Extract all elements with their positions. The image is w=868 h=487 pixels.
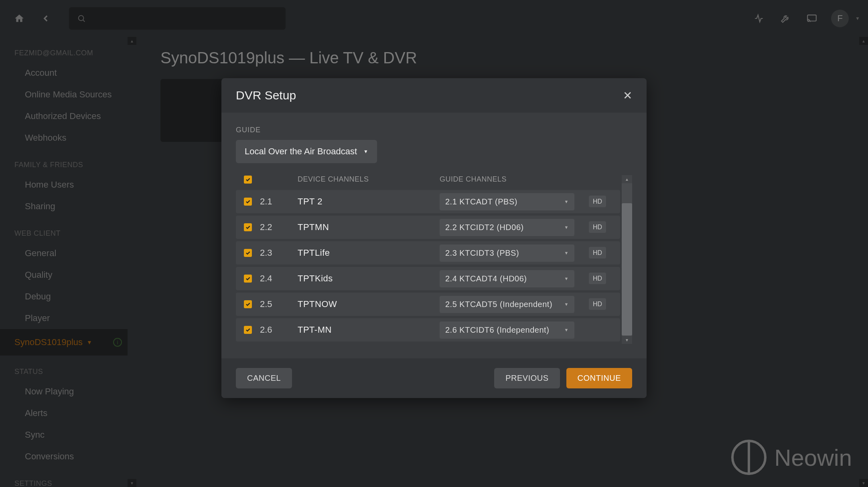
channel-checkbox[interactable]: [244, 326, 252, 334]
channel-name: TPTLife: [298, 248, 440, 258]
modal-body: GUIDE Local Over the Air Broadcast ▼ DEV…: [221, 113, 647, 358]
guide-channel-select[interactable]: 2.6 KTCIDT6 (Independent) ▼: [440, 321, 574, 339]
scroll-down-icon[interactable]: ▼: [622, 336, 632, 344]
caret-down-icon: ▼: [564, 251, 569, 255]
cancel-button[interactable]: CANCEL: [236, 368, 292, 388]
hd-badge: HD: [589, 273, 606, 284]
channel-number: 2.1: [260, 196, 298, 207]
channel-name: TPTKids: [298, 273, 440, 284]
channel-checkbox[interactable]: [244, 223, 252, 231]
col-guide-channels: GUIDE CHANNELS: [440, 175, 583, 184]
guide-channel-select[interactable]: 2.5 KTCADT5 (Independent) ▼: [440, 296, 574, 313]
channel-number: 2.5: [260, 299, 298, 309]
caret-down-icon: ▼: [564, 276, 569, 281]
caret-down-icon: ▼: [564, 302, 569, 307]
channel-number: 2.6: [260, 325, 298, 335]
channel-name: TPT 2: [298, 196, 440, 207]
guide-channel-select[interactable]: 2.3 KTCIDT3 (PBS) ▼: [440, 245, 574, 262]
guide-select[interactable]: Local Over the Air Broadcast ▼: [236, 140, 377, 163]
close-icon[interactable]: ✕: [623, 89, 632, 102]
col-device-channels: DEVICE CHANNELS: [298, 175, 440, 184]
channel-row: 2.4 TPTKids 2.4 KTCADT4 (HD06) ▼ HD: [236, 267, 620, 290]
hd-badge: HD: [589, 298, 606, 310]
channel-number: 2.3: [260, 248, 298, 258]
modal-title: DVR Setup: [236, 89, 296, 102]
guide-channel-value: 2.2 KTCIDT2 (HD06): [445, 223, 524, 232]
channel-row: 2.1 TPT 2 2.1 KTCADT (PBS) ▼ HD: [236, 190, 620, 213]
modal-header: DVR Setup ✕: [221, 78, 647, 113]
guide-channel-select[interactable]: 2.2 KTCIDT2 (HD06) ▼: [440, 219, 574, 236]
caret-down-icon: ▼: [564, 327, 569, 332]
channel-row: 2.3 TPTLife 2.3 KTCIDT3 (PBS) ▼ HD: [236, 241, 620, 265]
channel-number: 2.4: [260, 273, 298, 284]
caret-down-icon: ▼: [564, 199, 569, 204]
channel-row: 2.5 TPTNOW 2.5 KTCADT5 (Independent) ▼ H…: [236, 293, 620, 316]
channel-name: TPTNOW: [298, 299, 440, 309]
channel-number: 2.2: [260, 222, 298, 232]
scroll-thumb[interactable]: [622, 203, 632, 335]
scroll-up-icon[interactable]: ▲: [622, 175, 632, 183]
dvr-setup-modal: DVR Setup ✕ GUIDE Local Over the Air Bro…: [221, 78, 647, 398]
hd-badge: HD: [589, 221, 606, 233]
channel-row: 2.6 TPT-MN 2.6 KTCIDT6 (Independent) ▼: [236, 318, 620, 342]
select-all-checkbox[interactable]: [244, 176, 252, 184]
guide-channel-value: 2.1 KTCADT (PBS): [445, 197, 517, 206]
channel-name: TPTMN: [298, 222, 440, 232]
guide-channel-select[interactable]: 2.4 KTCADT4 (HD06) ▼: [440, 270, 574, 287]
hd-badge: HD: [589, 196, 606, 207]
guide-channel-value: 2.6 KTCIDT6 (Independent): [445, 325, 549, 335]
channel-checkbox[interactable]: [244, 275, 252, 283]
guide-channel-select[interactable]: 2.1 KTCADT (PBS) ▼: [440, 193, 574, 210]
channels-header: DEVICE CHANNELS GUIDE CHANNELS: [236, 175, 620, 190]
modal-footer: CANCEL PREVIOUS CONTINUE: [221, 358, 647, 398]
channel-checkbox[interactable]: [244, 198, 252, 206]
channel-checkbox[interactable]: [244, 300, 252, 308]
hd-badge: HD: [589, 247, 606, 259]
continue-button[interactable]: CONTINUE: [566, 368, 632, 388]
caret-down-icon: ▼: [363, 149, 368, 154]
guide-label: GUIDE: [236, 126, 632, 134]
channel-row: 2.2 TPTMN 2.2 KTCIDT2 (HD06) ▼ HD: [236, 216, 620, 239]
guide-channel-value: 2.4 KTCADT4 (HD06): [445, 274, 527, 283]
channel-name: TPT-MN: [298, 325, 440, 335]
guide-select-value: Local Over the Air Broadcast: [245, 146, 357, 157]
previous-button[interactable]: PREVIOUS: [494, 368, 560, 388]
caret-down-icon: ▼: [564, 225, 569, 230]
modal-scrollbar[interactable]: ▲ ▼: [622, 175, 632, 344]
guide-channel-value: 2.5 KTCADT5 (Independent): [445, 300, 552, 309]
channels-wrap: DEVICE CHANNELS GUIDE CHANNELS 2.1 TPT 2…: [236, 175, 632, 344]
channels-table: DEVICE CHANNELS GUIDE CHANNELS 2.1 TPT 2…: [236, 175, 620, 344]
channel-checkbox[interactable]: [244, 249, 252, 257]
guide-channel-value: 2.3 KTCIDT3 (PBS): [445, 249, 519, 258]
